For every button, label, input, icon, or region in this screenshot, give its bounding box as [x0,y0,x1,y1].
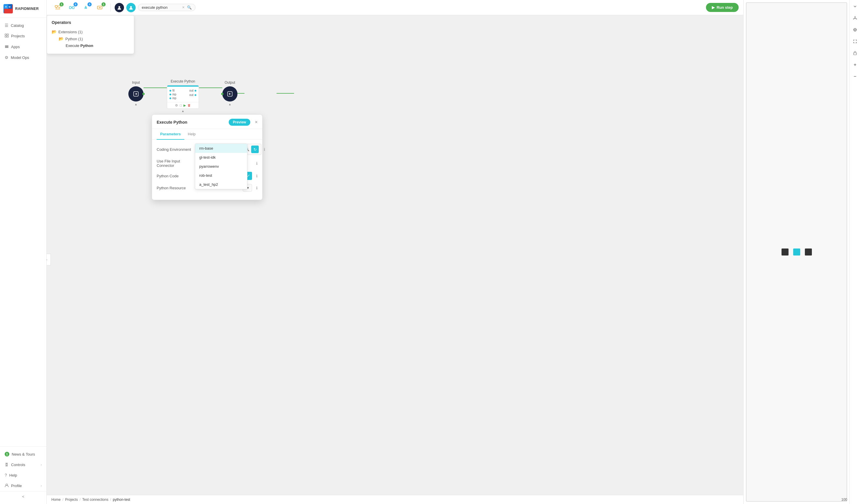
coding-env-dropdown: rm-base gl-test-idk pyarrowenv rob-test … [195,144,247,189]
operator-folder-python-wrapper: 📂 Python (1) [59,35,129,42]
right-panel-toolbar [849,0,860,504]
dropdown-item-rm-base[interactable]: rm-base [195,144,247,153]
right-tool-lock[interactable] [851,49,859,57]
collapse-icon: < [22,494,25,499]
operator-folder-python[interactable]: 📂 Python (1) [59,35,129,42]
toolbar-avatar-dark[interactable] [115,3,124,12]
sidebar-item-help[interactable]: ? Help [0,470,46,480]
search-clear-icon[interactable]: ✕ [182,5,185,9]
svg-rect-17 [72,6,74,9]
sidebar-item-controls-label: Controls [11,463,25,467]
run-step-play-icon: ▶ [712,5,715,10]
coding-env-info-icon: ℹ [264,147,265,152]
exec-port-out1: out [189,89,196,92]
sidebar-item-model-ops-label: Model Ops [11,55,29,60]
breadcrumb-projects[interactable]: Projects [65,498,77,502]
app-name: RAPIDMINER [15,7,39,11]
right-collapse-chevron-icon: › [47,258,47,261]
flow-node-output[interactable] [222,86,238,101]
news-badge: 1 [5,452,9,457]
exec-copy-icon[interactable]: □ [180,103,182,107]
catalog-icon: ☰ [5,23,9,28]
sidebar-item-news-tours[interactable]: 1 News & Tours [0,449,46,459]
exec-play-icon[interactable]: ▶ [184,103,186,107]
projects-icon [5,33,9,39]
sidebar-item-news-label: News & Tours [12,452,35,457]
exec-port-out2: out [189,93,196,97]
right-tool-zoom-out[interactable] [851,72,859,81]
toolbar-extensions-btn[interactable]: 0 [80,2,92,13]
breadcrumb-test-connections[interactable]: Test connections [82,498,108,502]
right-tool-zoom-in[interactable] [851,61,859,69]
right-tool-target[interactable] [851,26,859,34]
exec-python-node[interactable]: fil inp inp out out ⚙ [167,85,199,109]
dropdown-item-a-test-hp2[interactable]: a_test_hp2 [195,180,247,189]
sidebar-item-projects[interactable]: Projects [0,31,46,41]
dialog-tabs: Parameters Help [152,129,262,140]
svg-rect-11 [5,46,9,47]
logo: R M RAPIDMINER [0,0,46,18]
dialog-preview-btn[interactable]: Preview [229,119,250,126]
coding-env-refresh-btn[interactable]: ↻ [251,146,259,153]
exec-node-wrapper: Execute Python fil inp inp [167,79,199,113]
dropdown-item-rob-test[interactable]: rob-test [195,171,247,180]
right-panel-collapse-btn[interactable]: › [47,254,51,265]
main-area: 1 0 0 [47,0,743,504]
help-icon: ? [5,473,7,477]
run-step-button[interactable]: ▶ Run step [706,3,739,12]
mini-canvas-inner [782,248,812,256]
operator-item-execute-python[interactable]: Execute Python [66,42,129,49]
port-dot-out2 [195,94,196,96]
sidebar-collapse-btn[interactable]: < [0,491,46,502]
breadcrumb-sep-3: / [110,498,111,502]
right-tool-network[interactable] [851,14,859,22]
toolbar-runs-btn[interactable]: 1 [51,2,64,13]
exec-delete-icon[interactable]: 🗑 [188,103,191,107]
right-tool-chevron-down[interactable] [851,2,859,11]
port-dot-out1 [195,90,196,91]
line-exec-output [199,87,222,88]
toolbar: 1 0 0 [47,0,743,15]
sidebar-item-apps[interactable]: Apps [0,41,46,52]
svg-rect-14 [55,5,57,7]
mini-node-1 [782,248,789,256]
sidebar-item-controls[interactable]: 🎛 Controls › [0,459,46,470]
mini-node-3 [805,248,812,256]
toolbar-processes-btn[interactable]: 1 [94,2,106,13]
dropdown-item-gl-test-idk[interactable]: gl-test-idk [195,153,247,162]
sidebar-item-model-ops[interactable]: ⚙ Model Ops [0,52,46,63]
apps-icon [5,44,9,49]
dialog-tab-help[interactable]: Help [184,129,199,140]
breadcrumb-home[interactable]: Home [51,498,61,502]
operator-folder-extensions[interactable]: 📂 Extensions (1) [52,28,129,35]
dialog-header: Execute Python Preview × [152,115,262,129]
flow-node-input[interactable] [128,86,144,101]
right-tool-expand[interactable] [851,37,859,45]
svg-rect-2 [4,9,8,13]
model-ops-icon: ⚙ [5,55,9,60]
toolbar-separator [110,3,111,12]
sidebar-item-profile[interactable]: Profile › [0,480,46,491]
flow-node-area: Input ▲ Execute Python [128,79,238,113]
zoom-level: 100 [841,498,847,502]
folder-extensions-icon: 📂 [52,29,57,34]
operators-title: Operators [52,20,129,25]
toolbar-connections-btn[interactable]: 0 [65,2,78,13]
run-step-label: Run step [716,5,733,10]
dialog-tab-parameters[interactable]: Parameters [157,129,184,140]
dropdown-item-pyarrowenv[interactable]: pyarrowenv [195,162,247,171]
svg-line-29 [854,18,855,19]
svg-rect-3 [8,9,12,13]
connections-badge: 0 [73,2,77,6]
breadcrumb-python-test[interactable]: python-test [113,498,130,502]
dialog-close-btn[interactable]: × [255,119,258,125]
exec-port-fil: fil [170,89,176,92]
sidebar-item-profile-label: Profile [11,484,22,488]
exec-settings-icon[interactable]: ⚙ [175,103,178,107]
exec-node-body: fil inp inp out out [167,87,199,102]
svg-point-21 [130,6,132,8]
sidebar-item-catalog[interactable]: ☰ Catalog [0,20,46,31]
search-input[interactable] [142,5,180,10]
toolbar-avatar-teal[interactable] [126,3,135,12]
svg-rect-7 [7,34,9,35]
